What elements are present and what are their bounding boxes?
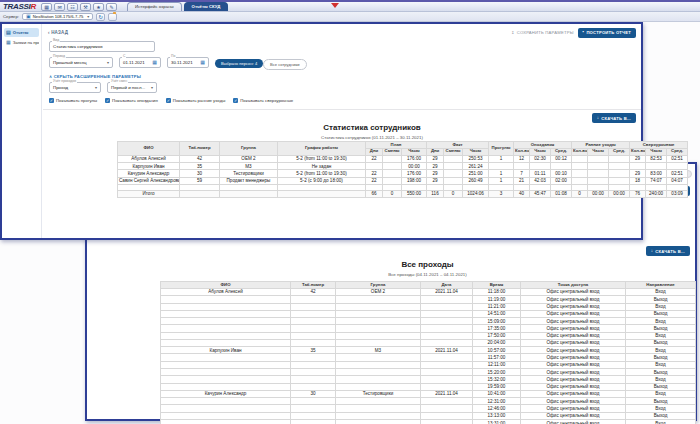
table-cell	[421, 325, 473, 332]
table-cell	[530, 163, 551, 170]
table-row: Карпухин Иван35М32021.11.0410:57:00Офис …	[161, 347, 696, 354]
table-cell	[572, 155, 588, 162]
report-icon: ▤	[6, 30, 11, 35]
table-cell	[161, 325, 291, 332]
checkbox-checked-icon: ✓	[233, 98, 238, 103]
table-cell: Вход	[626, 332, 696, 339]
table-cell: Выход	[626, 310, 696, 317]
edit-icon[interactable]: ✎	[106, 3, 117, 11]
table-cell	[421, 412, 473, 419]
table-cell: Вход	[626, 390, 696, 397]
build-report-button[interactable]: ▪ ПОСТРОИТЬ ОТЧЕТ	[578, 28, 636, 38]
back-link[interactable]: ‹ НАЗАД	[48, 30, 68, 35]
main-tabs: Интерфейс охраны Отчёты СКУД	[127, 2, 228, 11]
table-cell	[444, 163, 463, 170]
table-row: 13:31:00Офис центральный входВход	[161, 420, 696, 424]
period-select[interactable]: Период Прошлый месяц ▾	[49, 57, 113, 68]
table-cell	[336, 361, 421, 368]
hide-advanced-link[interactable]: ∧ СКРЫТЬ РАСШИРЕННЫЕ ПАРАМЕТРЫ	[49, 74, 141, 79]
selected-persons-button[interactable]: Выбрано персон: 4	[215, 59, 263, 68]
checkbox-show-early-leave[interactable]: ✓ Показывать ранние уходы	[166, 98, 225, 103]
table-cell: 22	[366, 177, 383, 184]
table-cell: Качурин Александр	[118, 170, 180, 177]
table-row: 11:57:00Офис центральный входВыход	[161, 354, 696, 361]
table-cell: 29	[427, 155, 444, 162]
sidebar-item-pass-requests[interactable]: ▦ Заявки на пропуск	[4, 38, 39, 47]
column-header: Смены	[383, 148, 402, 155]
table-cell: 0	[383, 190, 402, 197]
folder-button[interactable]	[108, 13, 117, 21]
pass-count-select[interactable]: Учёт проходов Проход ▾	[49, 82, 101, 93]
table-cell	[421, 420, 473, 424]
report-type-select[interactable]: Вид Статистика сотрудников	[49, 41, 155, 52]
date-from-field[interactable]: С 01.11.2021 ▦	[119, 57, 161, 68]
shift-count-select[interactable]: Учёт смен Первый и посл... ▾	[107, 82, 157, 93]
table-cell	[421, 303, 473, 310]
table-cell: 00:00	[402, 163, 427, 170]
table-cell: 29	[427, 170, 444, 177]
column-header: Кол-во	[630, 148, 646, 155]
column-header: Часы	[530, 148, 551, 155]
star-icon[interactable]: ★	[93, 3, 104, 11]
table-cell	[572, 177, 588, 184]
table-cell	[572, 163, 588, 170]
table-cell: Офис центральный вход	[521, 303, 626, 310]
table-row: Савин Сергей Александрович59Продакт мене…	[118, 177, 688, 184]
all-employees-button[interactable]: Все сотрудники	[263, 59, 307, 70]
checkbox-show-late[interactable]: ✓ Показывать опоздания	[105, 98, 158, 103]
table-cell: 22	[366, 155, 383, 162]
wrench-icon[interactable]: ⚒	[80, 3, 91, 11]
page-title: Статистика сотрудников	[117, 123, 627, 132]
chevron-down-icon: ▾	[87, 14, 89, 19]
table-cell: Выход	[626, 383, 696, 390]
table-cell: 1	[489, 177, 514, 184]
table-cell: 2021.11.04	[421, 347, 473, 354]
table-cell: Офис центральный вход	[521, 369, 626, 376]
table-cell: Савин Сергей Александрович	[118, 177, 180, 184]
table-cell	[336, 325, 421, 332]
checkbox-show-overtime[interactable]: ✓ Показывать сверхурочные	[233, 98, 293, 103]
page-title: Все проходы	[160, 260, 695, 269]
shift-count-label: Учёт смен	[110, 80, 128, 83]
refresh-button[interactable]: ↻	[96, 13, 105, 21]
table-cell	[180, 190, 220, 197]
users-icon[interactable]: ☷	[67, 3, 78, 11]
table-cell	[291, 310, 336, 317]
table-cell: 12:11:00	[473, 361, 521, 368]
table-cell: 29	[630, 170, 646, 177]
table-cell	[161, 318, 291, 325]
server-select[interactable]: ▣ NeoStation 108-175/6-7-75 ▾	[22, 13, 93, 20]
report-type-label: Вид	[52, 39, 60, 42]
table-cell: 02:00	[551, 177, 572, 184]
table-cell: 11:21:00	[473, 303, 521, 310]
table-cell	[336, 398, 421, 405]
table-cell	[646, 163, 667, 170]
download-button[interactable]: ↓ СКАЧАТЬ В...	[646, 246, 690, 256]
tab-acs-reports[interactable]: Отчёты СКУД	[184, 2, 229, 11]
date-to-field[interactable]: По 30.11.2021 ▦	[167, 57, 209, 68]
table-cell: Вход	[626, 405, 696, 412]
table-row: Абулов Алексей42ОЕМ 22021.11.0411:18:00О…	[161, 288, 696, 295]
table-cell	[421, 405, 473, 412]
table-cell	[291, 332, 336, 339]
table-cell: Офис центральный вход	[521, 361, 626, 368]
chevron-down-icon: ▾	[107, 60, 109, 65]
checkbox-show-absences[interactable]: ✓ Показывать прогулы	[49, 98, 97, 103]
table-cell: Не задан	[278, 163, 366, 170]
table-cell: 82:53	[646, 155, 667, 162]
column-header: Часы	[402, 148, 427, 155]
table-cell: 10:57:00	[473, 347, 521, 354]
chat-icon[interactable]: ✉	[54, 3, 65, 11]
table-row: 12:11:00Офис центральный входВход	[161, 361, 696, 368]
monitor-icon[interactable]: ▦	[41, 3, 52, 11]
download-button[interactable]: ↓ СКАЧАТЬ В...	[592, 113, 636, 123]
table-cell	[421, 376, 473, 383]
sidebar-item-reports[interactable]: ▤ Отчеты	[4, 28, 39, 37]
save-params-button[interactable]: ↧ СОХРАНИТЬ ПАРАМЕТРЫ	[511, 30, 574, 35]
table-cell: М3	[336, 347, 421, 354]
table-cell	[336, 303, 421, 310]
table-cell: ОЕМ 2	[336, 288, 421, 295]
table-cell: 00:10	[551, 170, 572, 177]
table-cell	[291, 398, 336, 405]
tab-guard-interface[interactable]: Интерфейс охраны	[127, 2, 182, 11]
